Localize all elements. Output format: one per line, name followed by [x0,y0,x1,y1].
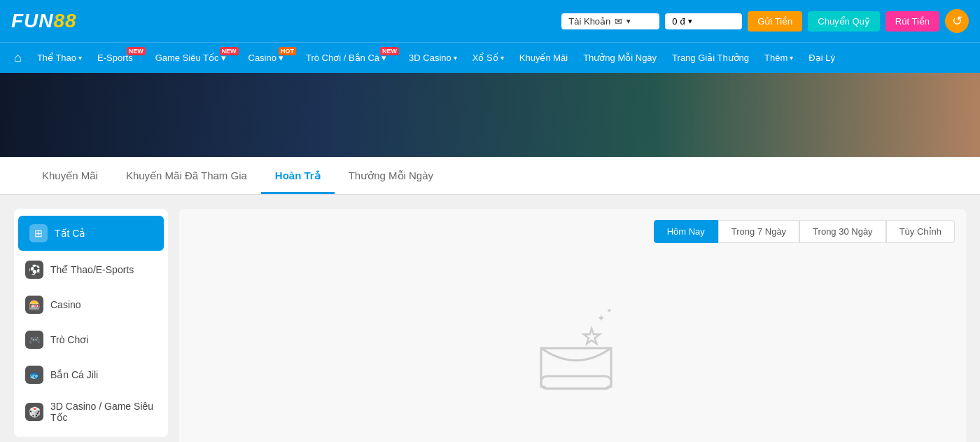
nav-casino[interactable]: Casino HOT ▾ [241,48,298,67]
navbar: ⌂ Thể Thao E-Sports NEW Game Siêu Tốc NE… [0,42,980,73]
logo-88: 88 [54,10,77,32]
sidebar-label-the-thao: Thể Thao/E-Sports [50,264,134,275]
balance-box: 0 đ ▾ [665,13,742,29]
nav-them[interactable]: Thêm [757,48,800,67]
casino-badge: HOT [279,47,296,55]
banner-inner [0,73,980,157]
nav-khuyen-mai[interactable]: Khuyến Mãi [512,48,575,67]
sidebar-item-ban-ca[interactable]: 🐟 Bắn Cá Jili [14,357,168,392]
svg-text:☆: ☆ [581,323,602,350]
gui-tien-button[interactable]: Gửi Tiền [748,11,802,32]
sidebar-item-tro-choi[interactable]: 🎮 Trò Chơi [14,322,168,357]
account-select[interactable]: Tài Khoản ✉ ▾ [561,13,659,29]
envelope-icon: ✉ [615,16,622,27]
nav-trang-giai-thuong[interactable]: Trang Giải Thưởng [665,48,756,67]
currency-chevron: ▾ [688,17,692,26]
esports-badge: NEW [127,47,146,55]
svg-text:✦: ✦ [597,312,606,324]
time-btn-tuy-chinh[interactable]: Tùy Chỉnh [886,220,955,243]
sidebar-item-casino[interactable]: 🎰 Casino [14,287,168,322]
empty-icon: ✦ ✦ ☆ [531,306,615,390]
tro-choi-badge: NEW [380,47,399,55]
sidebar-item-3d-casino[interactable]: 🎲 3D Casino / Game Siêu Tốc [14,392,168,431]
svg-rect-5 [543,378,609,387]
svg-text:✦: ✦ [606,307,612,315]
time-btn-30-ngay[interactable]: Trong 30 Ngày [799,220,886,243]
sidebar-label-ban-ca: Bắn Cá Jili [50,369,98,380]
tab-thuong-moi-ngay[interactable]: Thưởng Mỗi Ngày [335,157,447,194]
header: FUN88 Tài Khoản ✉ ▾ 0 đ ▾ Gửi Tiền Chuyể… [0,0,980,42]
time-btn-hom-nay[interactable]: Hôm Nay [654,220,718,243]
avatar[interactable]: ↺ [945,9,969,33]
logo: FUN88 [11,10,77,32]
nav-the-thao[interactable]: Thể Thao [30,48,89,67]
banner [0,73,980,157]
header-controls: Tài Khoản ✉ ▾ 0 đ ▾ Gửi Tiền Chuyển Quỹ … [561,9,969,33]
nav-dai-ly[interactable]: Đại Lý [802,48,842,67]
nav-tro-choi[interactable]: Trò Chơi / Bắn Cá NEW ▾ [299,48,400,67]
balance-value: 0 [672,16,677,27]
casino-icon: 🎰 [25,296,43,314]
currency-label: đ [680,16,685,27]
nav-thuong-moi-ngay[interactable]: Thưởng Mỗi Ngày [576,48,664,67]
empty-svg: ✦ ✦ ☆ [531,306,622,390]
game-icon: 🎮 [25,331,43,349]
sidebar-item-the-thao[interactable]: ⚽ Thể Thao/E-Sports [14,252,168,287]
sidebar-item-tat-ca[interactable]: ⊞ Tất Cả [18,216,164,251]
logo-fun: FUN [11,10,54,32]
nav-game-sieu-toc[interactable]: Game Siêu Tốc NEW ▾ [148,48,240,67]
empty-state: ✦ ✦ ☆ [190,264,955,439]
tab-hoan-tra[interactable]: Hoàn Trả [261,157,335,194]
fish-icon: 🐟 [25,366,43,384]
account-label: Tài Khoản [568,16,610,27]
nav-xo-so[interactable]: Xổ Số [465,48,511,67]
nav-esports[interactable]: E-Sports NEW [90,48,147,67]
right-panel: Hôm Nay Trong 7 Ngày Trong 30 Ngày Tùy C… [179,209,966,442]
all-icon: ⊞ [29,224,48,242]
tab-khuyen-mai[interactable]: Khuyến Mãi [28,157,112,194]
game-sieu-toc-badge: NEW [220,47,239,55]
sidebar-label-tat-ca: Tất Cả [55,228,85,239]
3d-icon: 🎲 [25,403,43,421]
tab-khuyen-mai-da-tham-gia[interactable]: Khuyến Mãi Đã Tham Gia [112,157,261,194]
nav-3d-casino[interactable]: 3D Casino [402,48,464,67]
sidebar-label-tro-choi: Trò Chơi [50,334,88,345]
time-btn-7-ngay[interactable]: Trong 7 Ngày [718,220,799,243]
home-icon[interactable]: ⌂ [7,46,29,69]
chuyen-quy-button[interactable]: Chuyển Quỹ [808,11,880,32]
rut-tien-button[interactable]: Rút Tiền [886,11,939,32]
tabs-bar: Khuyến Mãi Khuyến Mãi Đã Tham Gia Hoàn T… [0,157,980,195]
chevron-down-icon: ▾ [626,17,631,26]
time-filter: Hôm Nay Trong 7 Ngày Trong 30 Ngày Tùy C… [190,220,955,243]
sidebar-label-casino: Casino [50,299,81,310]
sports-icon: ⚽ [25,261,43,279]
sidebar-label-3d: 3D Casino / Game Siêu Tốc [50,401,157,423]
sidebar: ⊞ Tất Cả ⚽ Thể Thao/E-Sports 🎰 Casino 🎮 … [14,209,168,437]
main-content: ⊞ Tất Cả ⚽ Thể Thao/E-Sports 🎰 Casino 🎮 … [0,195,980,442]
